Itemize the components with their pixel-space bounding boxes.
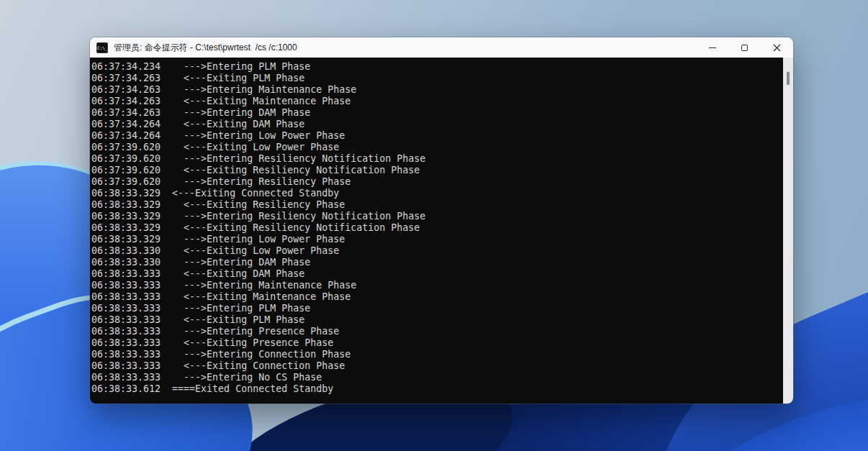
console-line: 06:38:33.333 <---Exiting Presence Phase <box>91 337 783 349</box>
console-line: 06:38:33.333 --->Entering PLM Phase <box>91 303 783 314</box>
maximize-button[interactable] <box>728 37 761 58</box>
console-line: 06:38:33.329 <---Exiting Resiliency Noti… <box>91 222 783 234</box>
console-scrollbar[interactable] <box>783 58 793 404</box>
console-output[interactable]: 06:37:34.234 --->Entering PLM Phase06:37… <box>90 58 783 404</box>
console-line: 06:38:33.329 <---Exiting Connected Stand… <box>91 188 783 199</box>
console-line: 06:37:39.620 --->Entering Resiliency Not… <box>91 153 783 165</box>
console-line: 06:37:34.264 --->Entering Low Power Phas… <box>91 130 783 142</box>
console-line: 06:37:39.620 --->Entering Resiliency Pha… <box>91 176 783 188</box>
console-line: 06:37:39.620 <---Exiting Resiliency Noti… <box>91 165 783 176</box>
console-line: 06:38:33.333 --->Entering Maintenance Ph… <box>91 280 783 291</box>
console-line: 06:37:34.263 <---Exiting PLM Phase <box>91 73 783 84</box>
minimize-icon <box>709 47 716 48</box>
console-line: 06:38:33.333 <---Exiting PLM Phase <box>91 314 783 326</box>
console-line: 06:38:33.333 --->Entering Connection Pha… <box>91 349 783 360</box>
minimize-button[interactable] <box>696 37 728 58</box>
console-line: 06:38:33.333 <---Exiting Maintenance Pha… <box>91 291 783 303</box>
console-line: 06:38:33.329 <---Exiting Resiliency Phas… <box>91 199 783 211</box>
console-line: 06:38:33.333 <---Exiting Connection Phas… <box>91 360 783 372</box>
console-line: 06:37:34.264 <---Exiting DAM Phase <box>91 119 783 130</box>
command-prompt-window: C:\_ 管理员: 命令提示符 - C:\test\pwrtest /cs /c… <box>90 37 793 404</box>
window-title: 管理员: 命令提示符 - C:\test\pwrtest /cs /c:1000 <box>114 42 696 54</box>
console-line: 06:37:39.620 <---Exiting Low Power Phase <box>91 142 783 153</box>
window-controls <box>696 37 793 58</box>
console-line: 06:37:34.234 --->Entering PLM Phase <box>91 61 783 73</box>
window-titlebar[interactable]: C:\_ 管理员: 命令提示符 - C:\test\pwrtest /cs /c… <box>90 37 793 58</box>
console-line: 06:38:33.333 --->Entering Presence Phase <box>91 326 783 337</box>
console-line: 06:37:34.263 --->Entering DAM Phase <box>91 107 783 119</box>
maximize-icon <box>741 45 748 51</box>
cmd-app-icon: C:\_ <box>96 42 108 53</box>
console-scrollbar-thumb[interactable] <box>787 72 790 85</box>
console-line: 06:38:33.330 --->Entering DAM Phase <box>91 257 783 268</box>
console-line: 06:37:34.263 --->Entering Maintenance Ph… <box>91 84 783 96</box>
close-button[interactable] <box>761 37 793 58</box>
console-area[interactable]: 06:37:34.234 --->Entering PLM Phase06:37… <box>90 58 793 404</box>
close-icon <box>773 44 781 52</box>
console-line: 06:38:33.330 <---Exiting Low Power Phase <box>91 245 783 257</box>
console-line: 06:37:34.263 <---Exiting Maintenance Pha… <box>91 96 783 107</box>
console-line: 06:38:33.612 ====Exited Connected Standb… <box>91 383 783 395</box>
console-line: 06:38:33.333 --->Entering No CS Phase <box>91 372 783 383</box>
console-line: 06:38:33.333 <---Exiting DAM Phase <box>91 268 783 280</box>
console-line: 06:38:33.329 --->Entering Resiliency Not… <box>91 211 783 222</box>
console-line: 06:38:33.329 --->Entering Low Power Phas… <box>91 234 783 245</box>
